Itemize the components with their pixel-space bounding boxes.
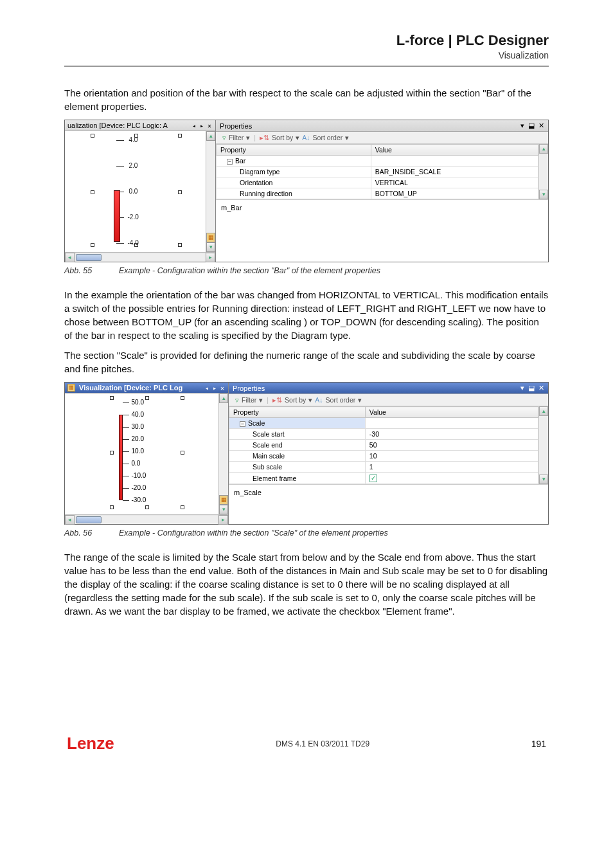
lenze-logo: Lenze <box>67 734 114 754</box>
scroll-left-icon[interactable]: ◂ <box>65 253 75 262</box>
grid-vscrollbar[interactable]: ▴ ▾ <box>538 406 548 484</box>
visualization-tab[interactable]: ualization [Device: PLC Logic: A ◂ ▸ ✕ <box>65 120 215 131</box>
view-icon[interactable]: ▦ <box>206 233 215 242</box>
page-footer: Lenze DMS 4.1 EN 03/2011 TD29 191 <box>64 734 549 754</box>
paragraph-1: The orientation and position of the bar … <box>64 86 549 113</box>
tab-label: ualization [Device: PLC Logic: A <box>67 122 168 129</box>
properties-grid[interactable]: Property Value −Bar Diagram typeBAR_INSI… <box>216 144 538 199</box>
properties-toolbar: ▿ Filter▾ | ▸⇅ Sort by▾ A↓ Sort order▾ <box>216 132 548 144</box>
scroll-right-icon[interactable]: ▸ <box>218 515 228 525</box>
canvas-hscrollbar[interactable]: ◂ ▸ <box>65 252 215 262</box>
sortby-button[interactable]: Sort by <box>272 134 293 141</box>
tab-close-icon[interactable]: ✕ <box>206 122 213 129</box>
grid-row: Running directionBOTTOM_UP <box>217 188 538 199</box>
tab-next-icon[interactable]: ▸ <box>199 122 205 129</box>
scroll-up-icon[interactable]: ▴ <box>219 393 228 403</box>
page-number: 191 <box>531 739 546 749</box>
grid-row: Sub scale1 <box>229 462 538 473</box>
figure-caption-2: Abb. 56Example - Configuration within th… <box>64 529 549 538</box>
grid-row-group: −Bar <box>217 156 538 167</box>
visualization-canvas[interactable]: 50.0 40.0 30.0 20.0 10.0 0.0 -10.0 -20.0… <box>65 393 218 514</box>
collapse-icon[interactable]: − <box>240 421 245 427</box>
pin-icon[interactable]: ⬓ <box>528 122 535 130</box>
col-value[interactable]: Value <box>365 407 538 418</box>
properties-title: Properties <box>233 384 265 392</box>
canvas-vscrollbar[interactable]: ▴ ▦ ▾ <box>218 393 228 514</box>
scroll-down-icon[interactable]: ▾ <box>219 505 228 514</box>
sortby-button[interactable]: Sort by <box>285 396 306 404</box>
visualization-canvas[interactable]: 4.0 2.0 0.0 -2.0 -4.0 <box>65 131 206 252</box>
sortorder-icon[interactable]: A↓ <box>315 396 323 404</box>
filter-button[interactable]: Filter <box>229 134 244 141</box>
checkbox-checked-icon[interactable]: ✓ <box>369 475 377 482</box>
footer-doc-id: DMS 4.1 EN 03/2011 TD29 <box>276 739 369 748</box>
properties-grid[interactable]: Property Value −Scale Scale start-30 Sca… <box>229 406 538 484</box>
screenshot-scale-config: ▦ Visualization [Device: PLC Log ◂ ▸ ✕ <box>64 382 549 525</box>
collapse-icon[interactable]: − <box>227 159 233 165</box>
col-property[interactable]: Property <box>229 407 366 418</box>
properties-toolbar: ▿ Filter▾ | ▸⇅ Sort by▾ A↓ Sort order▾ <box>229 394 548 406</box>
figure-caption-1: Abb. 55Example - Configuration within th… <box>64 266 549 275</box>
properties-title: Properties <box>220 122 252 130</box>
scroll-down-icon[interactable]: ▾ <box>539 475 548 484</box>
scroll-up-icon[interactable]: ▴ <box>206 131 215 141</box>
properties-pane: Properties ▾ ⬓ ✕ ▿ Filter▾ | ▸⇅ Sort by▾… <box>229 383 548 524</box>
scroll-right-icon[interactable]: ▸ <box>206 253 215 262</box>
grid-vscrollbar[interactable]: ▴ ▾ <box>538 144 548 199</box>
properties-description: m_Scale <box>229 484 548 511</box>
visualization-pane: ualization [Device: PLC Logic: A ◂ ▸ ✕ <box>65 120 216 262</box>
filter-button[interactable]: Filter <box>242 396 256 404</box>
bar-gauge-element[interactable]: 4.0 2.0 0.0 -2.0 -4.0 <box>78 134 193 249</box>
tab-next-icon[interactable]: ▸ <box>211 384 218 392</box>
tab-nav-buttons: ◂ ▸ ✕ <box>204 384 226 392</box>
properties-pane: Properties ▾ ⬓ ✕ ▿ Filter▾ | ▸⇅ Sort by▾… <box>216 120 548 262</box>
properties-titlebar: Properties ▾ ⬓ ✕ <box>216 120 548 132</box>
visualization-icon: ▦ <box>67 384 75 392</box>
filter-icon[interactable]: ▿ <box>222 134 226 141</box>
visualization-tab[interactable]: ▦ Visualization [Device: PLC Log ◂ ▸ ✕ <box>65 383 228 393</box>
sortorder-button[interactable]: Sort order <box>326 396 356 404</box>
pin-icon[interactable]: ⬓ <box>528 384 535 392</box>
visualization-pane: ▦ Visualization [Device: PLC Log ◂ ▸ ✕ <box>65 383 229 524</box>
col-value[interactable]: Value <box>371 145 538 156</box>
tab-nav-buttons: ◂ ▸ ✕ <box>191 122 213 129</box>
scroll-up-icon[interactable]: ▴ <box>539 144 548 154</box>
dropdown-icon[interactable]: ▾ <box>520 384 524 392</box>
sortby-icon[interactable]: ▸⇅ <box>260 134 269 141</box>
scroll-left-icon[interactable]: ◂ <box>65 515 75 525</box>
view-icon[interactable]: ▦ <box>219 495 228 505</box>
dropdown-icon[interactable]: ▾ <box>520 122 524 130</box>
close-icon[interactable]: ✕ <box>538 122 544 130</box>
scroll-up-icon[interactable]: ▴ <box>539 406 548 416</box>
col-property[interactable]: Property <box>217 145 371 156</box>
canvas-hscrollbar[interactable]: ◂ ▸ <box>65 514 228 524</box>
sortorder-button[interactable]: Sort order <box>313 134 343 141</box>
sortorder-icon[interactable]: A↓ <box>302 134 310 141</box>
paragraph-2: In the example the orientation of the ba… <box>64 288 549 342</box>
bar-gauge-element[interactable]: 50.0 40.0 30.0 20.0 10.0 0.0 -10.0 -20.0… <box>91 396 193 512</box>
tab-close-icon[interactable]: ✕ <box>219 384 226 392</box>
close-icon[interactable]: ✕ <box>538 384 544 392</box>
properties-titlebar: Properties ▾ ⬓ ✕ <box>229 383 548 394</box>
doc-title: L-force | PLC Designer <box>64 32 549 49</box>
sortby-icon[interactable]: ▸⇅ <box>272 396 282 404</box>
filter-icon[interactable]: ▿ <box>235 396 239 404</box>
scroll-down-icon[interactable]: ▾ <box>206 242 215 252</box>
grid-row: Element frame✓ <box>229 473 538 484</box>
tab-prev-icon[interactable]: ◂ <box>191 122 197 129</box>
grid-row: OrientationVERTICAL <box>217 177 538 188</box>
tab-prev-icon[interactable]: ◂ <box>204 384 210 392</box>
grid-row: Scale start-30 <box>229 429 538 440</box>
canvas-vscrollbar[interactable]: ▴ ▦ ▾ <box>206 131 215 252</box>
scroll-down-icon[interactable]: ▾ <box>539 190 548 199</box>
properties-description: m_Bar <box>216 199 548 226</box>
doc-subtitle: Visualization <box>64 50 549 60</box>
paragraph-4: The range of the scale is limited by the… <box>64 550 549 618</box>
grid-row: Diagram typeBAR_INSIDE_SCALE <box>217 167 538 177</box>
tab-label: Visualization [Device: PLC Log <box>79 384 182 392</box>
grid-row-group: −Scale <box>229 418 538 429</box>
page-header: L-force | PLC Designer Visualization <box>64 32 549 60</box>
header-rule <box>64 66 549 67</box>
grid-row: Scale end50 <box>229 440 538 451</box>
paragraph-3: The section "Scale" is provided for defi… <box>64 348 549 375</box>
